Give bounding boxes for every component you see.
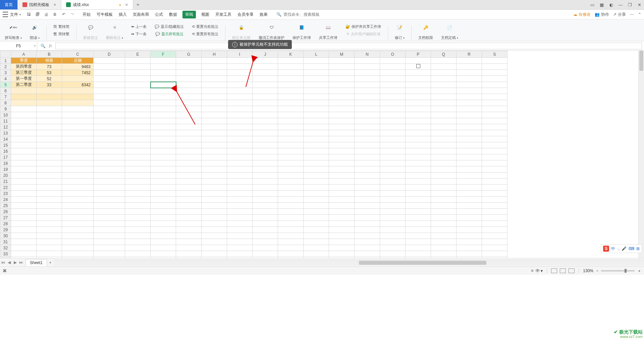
cell-H1[interactable] [202,58,227,64]
cell-J30[interactable] [253,233,278,239]
cell-Q23[interactable] [431,191,457,197]
cell-C32[interactable] [62,245,94,251]
cell-N14[interactable] [355,136,380,142]
cell-B5[interactable]: 33 [37,82,62,88]
menu-data[interactable]: 数据 [168,10,178,19]
cell-C26[interactable] [62,209,94,215]
cell-P20[interactable] [406,172,431,179]
cell-D29[interactable] [94,227,125,233]
cell-K15[interactable] [278,142,304,148]
cell-C8[interactable] [62,100,94,106]
cell-E18[interactable] [125,160,151,166]
cell-D28[interactable] [94,221,125,227]
cell-L5[interactable] [304,82,329,88]
cell-H18[interactable] [202,160,227,166]
cell-A11[interactable] [11,118,37,124]
cell-N26[interactable] [355,209,380,215]
cell-A6[interactable] [11,88,37,94]
cell-C29[interactable] [62,227,94,233]
cell-A2[interactable]: 第四季度 [11,64,37,70]
cell-N21[interactable] [355,179,380,185]
zoom-in-button[interactable]: ＋ [637,268,641,274]
cell-A26[interactable] [11,209,37,215]
cell-O1[interactable] [380,58,406,64]
cell-R18[interactable] [457,160,482,166]
cell-A10[interactable] [11,112,37,118]
cell-R28[interactable] [457,221,482,227]
row-header-12[interactable]: 12 [0,124,11,130]
row-header-20[interactable]: 20 [0,172,11,179]
cell-M30[interactable] [329,233,355,239]
ribbon-spellcheck[interactable]: ✔abc 拼写检查 ▾ [3,20,24,40]
cell-M1[interactable] [329,58,355,64]
sheet-nav-prev[interactable]: ◀ [6,260,12,265]
row-header-11[interactable]: 11 [0,118,11,124]
cell-N15[interactable] [355,142,380,148]
zoom-slider[interactable] [601,270,635,271]
cell-N12[interactable] [355,124,380,130]
cell-L34[interactable] [304,257,329,258]
cell-N1[interactable] [355,58,380,64]
cell-D8[interactable] [94,100,125,106]
cell-G18[interactable] [176,160,202,166]
cell-D31[interactable] [94,239,125,245]
row-header-4[interactable]: 4 [0,76,11,82]
cell-P27[interactable] [406,215,431,221]
cell-S19[interactable] [482,166,507,172]
tab-template[interactable]: 找稻壳模板 ✕ [18,0,61,9]
cell-Q17[interactable] [431,154,457,160]
cell-G10[interactable] [176,112,202,118]
cell-M11[interactable] [329,118,355,124]
cell-N9[interactable] [355,106,380,112]
ime-mic-icon[interactable]: 🎤 [622,246,627,251]
cell-H26[interactable] [202,209,227,215]
cell-N16[interactable] [355,148,380,154]
cell-Q15[interactable] [431,142,457,148]
cell-I4[interactable] [227,76,253,82]
cell-G14[interactable] [176,136,202,142]
cell-C5[interactable]: 6342 [62,82,94,88]
cell-G22[interactable] [176,185,202,191]
cell-L15[interactable] [304,142,329,148]
cell-N11[interactable] [355,118,380,124]
cell-Q11[interactable] [431,118,457,124]
cell-G33[interactable] [176,251,202,257]
cell-R23[interactable] [457,191,482,197]
cell-I28[interactable] [227,221,253,227]
cell-O28[interactable] [380,221,406,227]
cell-C31[interactable] [62,239,94,245]
cell-Q24[interactable] [431,197,457,203]
cell-I25[interactable] [227,203,253,209]
cell-R7[interactable] [457,94,482,100]
cell-F13[interactable] [151,130,176,136]
search-box[interactable]: 🔍 [276,12,324,17]
cell-N24[interactable] [355,197,380,203]
cell-F1[interactable] [151,58,176,64]
cell-Q20[interactable] [431,172,457,179]
cell-R22[interactable] [457,185,482,191]
cell-K28[interactable] [278,221,304,227]
cell-Q8[interactable] [431,100,457,106]
cell-I16[interactable] [227,148,253,154]
menu-insert[interactable]: 插入 [118,10,127,19]
cell-F33[interactable] [151,251,176,257]
cell-F12[interactable] [151,124,176,130]
cell-H8[interactable] [202,100,227,106]
cell-P13[interactable] [406,130,431,136]
cell-C12[interactable] [62,124,94,130]
search-fx-icon[interactable]: 🔍 [41,44,46,48]
cell-D10[interactable] [94,112,125,118]
cell-Q27[interactable] [431,215,457,221]
cell-S12[interactable] [482,124,507,130]
cell-K23[interactable] [278,191,304,197]
cell-B22[interactable] [37,185,62,191]
cell-H21[interactable] [202,179,227,185]
cell-P16[interactable] [406,148,431,154]
cell-A23[interactable] [11,191,37,197]
col-header-F[interactable]: F [151,51,176,58]
cell-C9[interactable] [62,106,94,112]
formula-input[interactable] [55,43,642,49]
cell-G11[interactable] [176,118,202,124]
cell-R27[interactable] [457,215,482,221]
cell-L23[interactable] [304,191,329,197]
